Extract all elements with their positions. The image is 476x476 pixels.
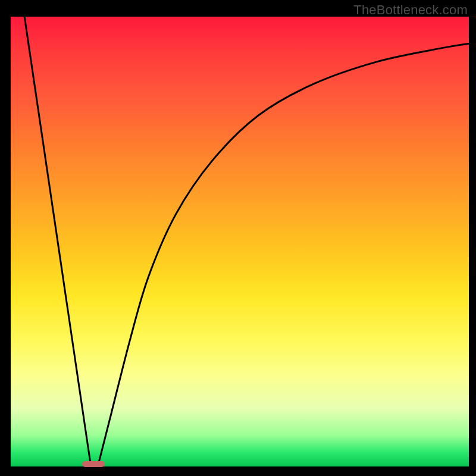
minimum-marker: [82, 461, 105, 467]
watermark-text: TheBottleneck.com: [353, 2, 468, 18]
curve-left-branch: [24, 17, 91, 466]
bottleneck-curve: [11, 17, 469, 466]
chart-plot-area: [11, 17, 469, 466]
curve-right-branch: [98, 43, 469, 466]
chart-frame: TheBottleneck.com: [0, 0, 476, 476]
